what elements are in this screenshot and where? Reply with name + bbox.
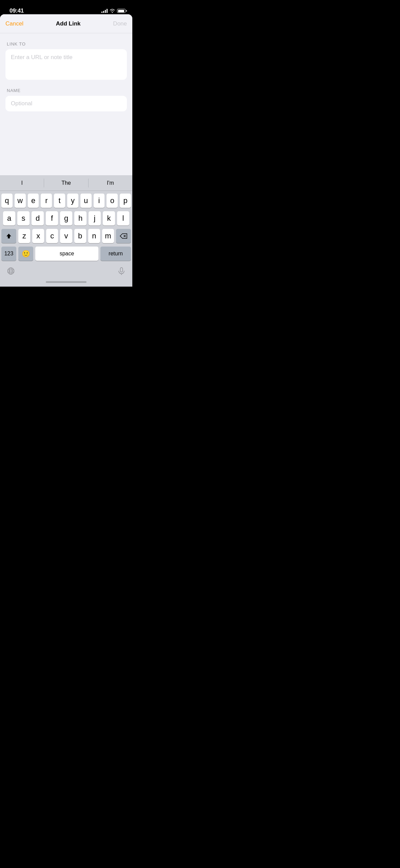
numbers-key[interactable]: 123 [1, 247, 16, 261]
svg-point-0 [8, 268, 14, 274]
key-s[interactable]: s [17, 211, 30, 225]
key-m[interactable]: m [102, 229, 114, 243]
autocomplete-item-1[interactable]: I [0, 180, 44, 186]
key-j[interactable]: j [89, 211, 101, 225]
shift-key[interactable] [1, 229, 16, 243]
mic-icon [117, 267, 126, 275]
key-c[interactable]: c [46, 229, 58, 243]
key-w[interactable]: w [15, 194, 26, 208]
key-row-1: q w e r t y u i o p [1, 194, 131, 208]
key-g[interactable]: g [60, 211, 72, 225]
key-y[interactable]: y [67, 194, 78, 208]
emoji-icon: 🙂 [22, 250, 30, 258]
key-o[interactable]: o [107, 194, 118, 208]
key-n[interactable]: n [88, 229, 100, 243]
keyboard: I The I'm q w e r t y u i o p a [0, 175, 132, 287]
key-p[interactable]: p [120, 194, 131, 208]
cancel-button[interactable]: Cancel [5, 20, 23, 27]
globe-button[interactable] [5, 266, 16, 276]
svg-rect-4 [120, 268, 123, 272]
nav-bar: Cancel Add Link Done [0, 14, 132, 33]
backspace-key[interactable] [116, 229, 131, 243]
key-h[interactable]: h [74, 211, 87, 225]
autocomplete-item-3[interactable]: I'm [89, 180, 132, 186]
modal-sheet: Cancel Add Link Done LINK TO NAME I The … [0, 14, 132, 287]
name-label: NAME [5, 88, 127, 93]
name-input[interactable] [5, 96, 127, 111]
shift-icon [5, 233, 12, 239]
link-to-input[interactable] [5, 49, 127, 80]
key-row-3: z x c v b n m [1, 229, 131, 243]
key-row-bottom: 123 🙂 space return [1, 247, 131, 261]
signal-bars-icon [101, 9, 108, 13]
key-d[interactable]: d [32, 211, 44, 225]
keyboard-rows: q w e r t y u i o p a s d f g h j k [0, 191, 132, 264]
battery-icon [117, 9, 126, 13]
key-a[interactable]: a [3, 211, 15, 225]
form-content: LINK TO NAME [0, 33, 132, 128]
link-to-label: LINK TO [5, 41, 127, 47]
key-z[interactable]: z [18, 229, 30, 243]
autocomplete-bar: I The I'm [0, 175, 132, 191]
key-r[interactable]: r [41, 194, 52, 208]
mic-button[interactable] [116, 266, 127, 276]
key-e[interactable]: e [28, 194, 39, 208]
key-u[interactable]: u [80, 194, 92, 208]
home-indicator [0, 278, 132, 287]
status-time: 09:41 [9, 7, 24, 14]
key-b[interactable]: b [74, 229, 86, 243]
wifi-icon [110, 9, 115, 13]
home-indicator-bar [46, 281, 87, 283]
globe-icon [7, 267, 15, 275]
name-section: NAME [5, 88, 127, 111]
svg-point-1 [9, 268, 12, 274]
key-v[interactable]: v [60, 229, 72, 243]
key-l[interactable]: l [117, 211, 129, 225]
key-t[interactable]: t [54, 194, 65, 208]
return-key[interactable]: return [100, 247, 131, 261]
key-x[interactable]: x [32, 229, 44, 243]
backspace-icon [120, 233, 127, 239]
nav-title: Add Link [56, 20, 81, 27]
emoji-key[interactable]: 🙂 [18, 247, 33, 261]
key-q[interactable]: q [1, 194, 13, 208]
globe-mic-row [0, 264, 132, 278]
key-f[interactable]: f [46, 211, 58, 225]
status-icons [101, 9, 126, 13]
autocomplete-item-2[interactable]: The [44, 180, 88, 186]
key-k[interactable]: k [103, 211, 115, 225]
key-row-2: a s d f g h j k l [1, 211, 131, 225]
link-to-section: LINK TO [5, 41, 127, 80]
space-key[interactable]: space [35, 247, 98, 261]
key-i[interactable]: i [94, 194, 105, 208]
done-button[interactable]: Done [113, 20, 127, 27]
